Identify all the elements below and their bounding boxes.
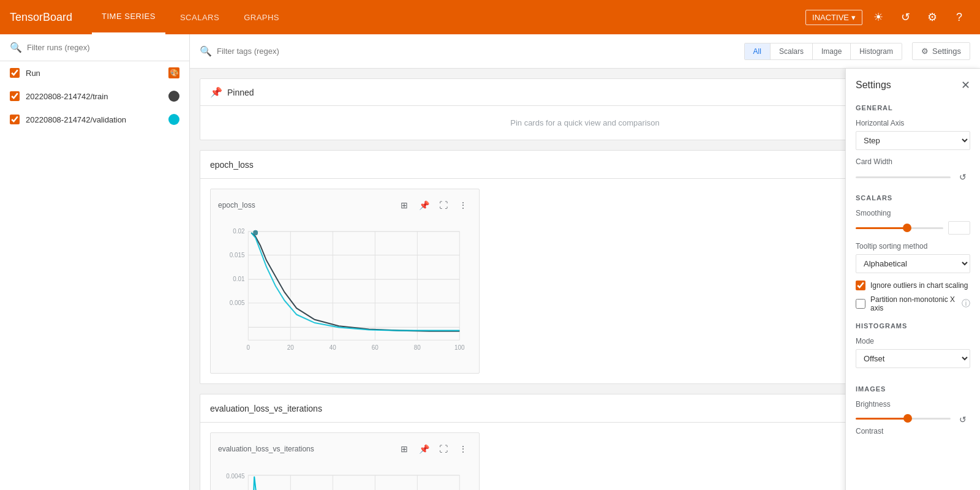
partition-checkbox[interactable]: [856, 299, 865, 309]
partition-help-icon[interactable]: ⓘ: [962, 298, 970, 309]
nav-time-series[interactable]: TIME SERIES: [92, 0, 165, 34]
chart-card-eval-loss-header: evaluation_loss_vs_iterations ⊞ 📌 ⛶ ⋮: [218, 440, 472, 458]
brightness-label: Brightness: [856, 400, 970, 409]
fullscreen-action-icon[interactable]: ⛶: [435, 197, 452, 214]
settings-panel-title: Settings: [856, 80, 891, 91]
brightness-row: ↺: [856, 412, 970, 427]
run-label-run: Run: [26, 69, 162, 78]
ignore-outliers-label: Ignore outliers in chart scaling: [870, 281, 970, 290]
image-action-icon[interactable]: ⊞: [396, 197, 413, 214]
chart-card-actions: ⊞ 📌 ⛶ ⋮: [396, 197, 472, 214]
topnav-links: TIME SERIES SCALARS GRAPHS: [92, 0, 805, 34]
svg-text:0.015: 0.015: [230, 251, 245, 258]
epoch-loss-chart: 0.02 0.015 0.01 0.005 0 20 40 60 80: [218, 219, 472, 366]
app-container: TensorBoard TIME SERIES SCALARS GRAPHS I…: [0, 0, 980, 490]
svg-text:80: 80: [414, 344, 421, 351]
run-checkbox-train[interactable]: [10, 91, 20, 101]
main-layout: 🔍 Run 🎨 20220808-214742/train: [0, 34, 980, 490]
settings-close-button[interactable]: ✕: [961, 78, 970, 92]
tooltip-sort-select[interactable]: Alphabetical Ascending Descending Neares…: [856, 254, 970, 273]
brightness-reset-icon[interactable]: ↺: [956, 412, 970, 427]
filter-buttons: All Scalars Image Histogram: [744, 43, 902, 60]
chart-card-title-eval-loss: evaluation_loss_vs_iterations: [218, 445, 314, 453]
card-width-reset-icon[interactable]: ↺: [956, 170, 970, 184]
filter-runs-input[interactable]: [27, 43, 179, 52]
svg-text:0.005: 0.005: [230, 300, 245, 306]
svg-text:0.02: 0.02: [233, 228, 245, 235]
run-checkbox-validation[interactable]: [10, 115, 20, 124]
brand-logo: TensorBoard: [10, 11, 72, 24]
contrast-label: Contrast: [856, 427, 970, 435]
filter-btn-image[interactable]: Image: [813, 43, 851, 59]
filter-btn-all[interactable]: All: [745, 43, 771, 59]
status-dropdown[interactable]: INACTIVE ▾: [805, 10, 862, 25]
smoothing-row: 0.6: [856, 221, 970, 235]
smoothing-slider[interactable]: [856, 227, 943, 229]
status-label: INACTIVE: [812, 13, 849, 22]
svg-text:100: 100: [454, 344, 465, 351]
filter-tags-input[interactable]: [217, 47, 734, 56]
run-item-run: Run 🎨: [0, 61, 189, 85]
pin-action-icon[interactable]: 📌: [415, 197, 432, 214]
help-icon[interactable]: ?: [948, 6, 970, 28]
smoothing-value[interactable]: 0.6: [948, 221, 970, 235]
run-checkbox-run[interactable]: [10, 68, 20, 78]
svg-text:60: 60: [372, 344, 379, 351]
content-area: 🔍 All Scalars Image Histogram ⚙ Settings: [190, 34, 980, 490]
eval-fullscreen-action-icon[interactable]: ⛶: [435, 440, 452, 458]
settings-button[interactable]: ⚙ Settings: [912, 42, 970, 60]
eval-pin-action-icon[interactable]: 📌: [415, 440, 432, 458]
scalars-section-label: SCALARS: [856, 194, 970, 202]
search-tag-icon: 🔍: [200, 45, 212, 57]
sidebar: 🔍 Run 🎨 20220808-214742/train: [0, 34, 190, 490]
chart-card-epoch-loss-header: epoch_loss ⊞ 📌 ⛶ ⋮: [218, 197, 472, 214]
topnav-right: INACTIVE ▾ ☀ ↺ ⚙ ?: [805, 6, 970, 28]
card-width-slider-track: [856, 176, 951, 178]
pinned-title: Pinned: [227, 88, 254, 97]
run-list: Run 🎨 20220808-214742/train 20220808-214…: [0, 61, 189, 490]
gear-icon[interactable]: ⚙: [921, 6, 943, 28]
refresh-icon[interactable]: ↺: [894, 6, 916, 28]
eval-more-action-icon[interactable]: ⋮: [454, 440, 472, 458]
run-color-palette: 🎨: [168, 67, 179, 78]
partition-label: Partition non-monotonic X axis: [870, 295, 957, 312]
brightness-slider[interactable]: [856, 418, 951, 420]
eval-loss-chart: 0.0045 0.004: [218, 462, 472, 490]
tooltip-sort-label: Tooltip sorting method: [856, 242, 970, 251]
settings-icon: ⚙: [921, 47, 929, 56]
sidebar-filter: 🔍: [0, 34, 189, 61]
chart-card-title-epoch-loss: epoch_loss: [218, 201, 255, 209]
svg-text:40: 40: [330, 344, 336, 351]
mode-select[interactable]: Offset Overlay: [856, 349, 970, 368]
run-color-train: [168, 91, 179, 102]
run-item-validation: 20220808-214742/validation: [0, 108, 189, 131]
svg-text:0: 0: [247, 344, 251, 351]
ignore-outliers-row: Ignore outliers in chart scaling: [856, 281, 970, 290]
ignore-outliers-checkbox[interactable]: [856, 281, 865, 290]
horizontal-axis-select[interactable]: Step Relative Wall: [856, 131, 970, 150]
section-title-eval-loss: evaluation_loss_vs_iterations: [210, 404, 322, 413]
theme-icon[interactable]: ☀: [867, 6, 889, 28]
svg-point-23: [253, 230, 258, 235]
settings-panel: Settings ✕ GENERAL Horizontal Axis Step …: [845, 69, 980, 490]
settings-panel-header: Settings ✕: [856, 78, 970, 92]
content-toolbar: 🔍 All Scalars Image Histogram ⚙ Settings: [190, 34, 980, 69]
nav-graphs[interactable]: GRAPHS: [234, 0, 289, 34]
filter-btn-scalars[interactable]: Scalars: [771, 43, 813, 59]
svg-text:0.0045: 0.0045: [226, 473, 244, 480]
card-width-label: Card Width: [856, 157, 970, 166]
more-action-icon[interactable]: ⋮: [454, 197, 472, 214]
filter-btn-histogram[interactable]: Histogram: [851, 43, 902, 59]
settings-btn-label: Settings: [932, 47, 961, 56]
nav-scalars[interactable]: SCALARS: [170, 0, 229, 34]
images-section-label: IMAGES: [856, 385, 970, 393]
histograms-section-label: HISTOGRAMS: [856, 322, 970, 330]
svg-text:0.01: 0.01: [233, 276, 245, 282]
tag-filter: 🔍: [200, 45, 734, 57]
eval-image-action-icon[interactable]: ⊞: [396, 440, 413, 458]
general-section-label: GENERAL: [856, 104, 970, 111]
horizontal-axis-label: Horizontal Axis: [856, 119, 970, 127]
section-title-epoch-loss: epoch_loss: [210, 160, 254, 170]
run-item-train: 20220808-214742/train: [0, 85, 189, 108]
topnav: TensorBoard TIME SERIES SCALARS GRAPHS I…: [0, 0, 980, 34]
